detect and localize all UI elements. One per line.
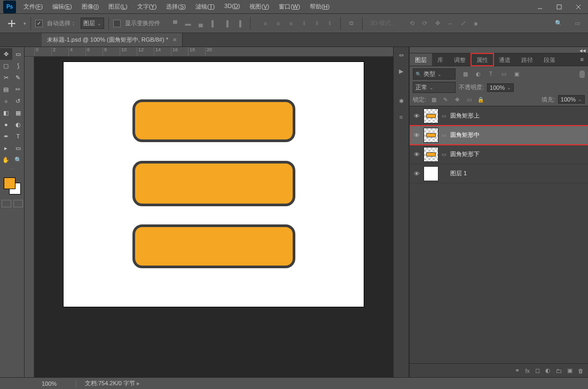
menu-image[interactable]: 图像(I) bbox=[77, 1, 103, 13]
crop-tool[interactable]: ✂ bbox=[0, 72, 12, 83]
filter-pixel-icon[interactable]: ▩ bbox=[461, 70, 469, 79]
new-layer-icon[interactable]: ▣ bbox=[567, 367, 573, 374]
opacity-value[interactable]: 100% bbox=[487, 83, 514, 92]
overlap-icon[interactable]: ⧉ bbox=[345, 17, 358, 30]
canvas-viewport[interactable] bbox=[34, 57, 393, 377]
auto-select-checkbox[interactable] bbox=[35, 20, 43, 27]
filter-type-icon[interactable]: T bbox=[487, 70, 495, 79]
orbit-icon[interactable]: ⟲ bbox=[405, 17, 418, 30]
move-tool-icon[interactable] bbox=[4, 16, 19, 31]
show-transform-checkbox[interactable] bbox=[113, 20, 121, 27]
link-layers-icon[interactable]: ⚭ bbox=[515, 367, 520, 374]
layer-thumbnail[interactable] bbox=[424, 166, 438, 181]
lock-position-icon[interactable]: ✥ bbox=[453, 95, 461, 104]
visibility-icon[interactable]: 👁 bbox=[413, 132, 420, 138]
visibility-icon[interactable]: 👁 bbox=[413, 170, 420, 177]
close-button[interactable] bbox=[569, 0, 588, 14]
distribute-right-icon[interactable]: ⦀ bbox=[323, 17, 336, 30]
align-bottom-icon[interactable]: ▄ bbox=[194, 17, 207, 30]
panels-collapse-grip[interactable]: ◂◂ bbox=[410, 47, 588, 53]
tab-paths[interactable]: 路径 bbox=[516, 53, 538, 66]
visibility-icon[interactable]: 👁 bbox=[413, 113, 420, 119]
color-swatches[interactable] bbox=[3, 176, 22, 196]
roll-icon[interactable]: ⟳ bbox=[418, 17, 431, 30]
lock-artboard-icon[interactable]: ▭ bbox=[465, 95, 473, 104]
blur-tool[interactable]: ● bbox=[0, 119, 12, 130]
blend-mode-select[interactable]: 正常 bbox=[413, 82, 456, 93]
tab-libraries[interactable]: 库 bbox=[432, 53, 449, 66]
align-left-icon[interactable]: ▌ bbox=[207, 17, 220, 30]
hand-tool[interactable]: ✋ bbox=[0, 154, 12, 166]
layer-thumbnail[interactable] bbox=[424, 147, 438, 162]
rounded-rect-top[interactable] bbox=[132, 99, 295, 142]
menu-help[interactable]: 帮助(H) bbox=[305, 1, 334, 13]
zoom-tool[interactable]: 🔍 bbox=[12, 154, 25, 166]
menu-3d[interactable]: 3D(D) bbox=[220, 1, 244, 13]
layer-name[interactable]: 圆角矩形上 bbox=[450, 112, 480, 120]
layer-filter-type[interactable]: 类型 bbox=[413, 68, 456, 80]
ruler-vertical[interactable] bbox=[25, 57, 34, 377]
rounded-rect-middle[interactable] bbox=[132, 161, 295, 206]
workspace-icon[interactable]: ▭ bbox=[571, 17, 584, 30]
tab-properties[interactable]: 属性 bbox=[471, 53, 493, 66]
lock-pixels-icon[interactable]: ▩ bbox=[429, 95, 438, 104]
standard-mode-icon[interactable] bbox=[2, 200, 11, 207]
layer-name[interactable]: 圆角矩形中 bbox=[450, 131, 480, 139]
distribute-hcenter-icon[interactable]: ⦀ bbox=[310, 17, 323, 30]
eraser-tool[interactable]: ◧ bbox=[0, 107, 12, 119]
brush-tool[interactable]: ✏ bbox=[12, 83, 25, 95]
dock-icon-2[interactable]: ▶ bbox=[395, 65, 407, 77]
fill-value[interactable]: 100% bbox=[558, 95, 585, 104]
layer-name[interactable]: 圆角矩形下 bbox=[450, 150, 480, 158]
auto-select-target[interactable]: 图层 bbox=[81, 18, 104, 29]
layer-mask-icon[interactable]: ◻ bbox=[535, 367, 540, 374]
artboard-tool[interactable]: ▭ bbox=[12, 48, 25, 60]
distribute-vcenter-icon[interactable]: ≡ bbox=[272, 17, 285, 30]
close-tab-icon[interactable]: ✕ bbox=[173, 37, 177, 43]
align-vcenter-icon[interactable]: ▬ bbox=[182, 17, 194, 30]
pan-icon[interactable]: ✥ bbox=[431, 17, 444, 30]
canvas[interactable] bbox=[64, 62, 364, 307]
dock-icon-3[interactable]: ✱ bbox=[395, 95, 407, 107]
lock-paint-icon[interactable]: ✎ bbox=[441, 95, 450, 104]
lock-all-icon[interactable]: 🔒 bbox=[476, 95, 485, 104]
frame-tool[interactable]: ▤ bbox=[0, 83, 12, 95]
quick-mask-toggle[interactable] bbox=[2, 200, 23, 207]
camera-icon[interactable]: ■ bbox=[469, 17, 482, 30]
align-right-icon[interactable]: ▐ bbox=[233, 17, 246, 30]
distribute-bottom-icon[interactable]: ≡ bbox=[285, 17, 297, 30]
gradient-tool[interactable]: ▦ bbox=[12, 107, 25, 119]
tab-channels[interactable]: 通道 bbox=[493, 53, 516, 66]
history-brush-tool[interactable]: ↺ bbox=[12, 95, 25, 107]
type-tool[interactable]: T bbox=[12, 130, 25, 142]
rounded-rect-bottom[interactable] bbox=[132, 224, 295, 268]
filter-smart-icon[interactable]: ▣ bbox=[512, 70, 521, 79]
path-select-tool[interactable]: ▸ bbox=[0, 142, 12, 154]
quick-mask-icon[interactable] bbox=[13, 200, 23, 207]
layer-row[interactable]: 👁 ▭ 圆角矩形下 bbox=[410, 145, 588, 164]
maximize-button[interactable] bbox=[550, 0, 569, 14]
filter-shape-icon[interactable]: ▭ bbox=[499, 70, 508, 79]
move-tool[interactable]: ✥ bbox=[0, 48, 12, 60]
menu-filter[interactable]: 滤镜(T) bbox=[191, 1, 219, 13]
foreground-color-swatch[interactable] bbox=[4, 177, 15, 189]
menu-type[interactable]: 文字(Y) bbox=[133, 1, 161, 13]
layer-thumbnail[interactable] bbox=[424, 128, 438, 143]
zoom-value[interactable]: 100% bbox=[42, 380, 68, 387]
group-icon[interactable]: 🗀 bbox=[556, 368, 562, 374]
marquee-tool[interactable]: ▢ bbox=[0, 60, 12, 72]
tab-adjustments[interactable]: 调整 bbox=[449, 53, 471, 66]
delete-layer-icon[interactable]: 🗑 bbox=[578, 368, 584, 374]
zoom3d-icon[interactable]: ⤢ bbox=[457, 17, 469, 30]
dodge-tool[interactable]: ◐ bbox=[12, 119, 25, 130]
shape-tool[interactable]: ▭ bbox=[12, 142, 25, 154]
layer-row[interactable]: 👁 ▭ 圆角矩形上 bbox=[410, 106, 588, 126]
filter-adjust-icon[interactable]: ◐ bbox=[474, 70, 482, 79]
dock-icon-1[interactable]: ⇔ bbox=[395, 49, 407, 61]
eyedropper-tool[interactable]: ✎ bbox=[12, 72, 25, 83]
menu-layer[interactable]: 图层(L) bbox=[104, 1, 131, 13]
lasso-tool[interactable]: ⟆ bbox=[12, 60, 25, 72]
layer-filter-toggle[interactable] bbox=[579, 71, 585, 78]
menu-window[interactable]: 窗口(W) bbox=[275, 1, 304, 13]
layer-thumbnail[interactable] bbox=[424, 108, 438, 123]
